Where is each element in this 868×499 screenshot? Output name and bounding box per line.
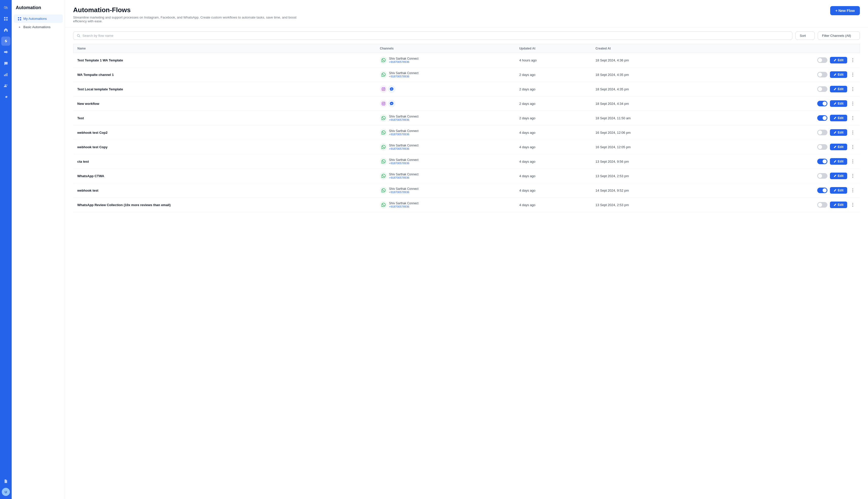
flow-name-cell: WhatsApp CTWA — [73, 169, 376, 183]
created-at: 14 Sept 2024, 9:52 pm — [596, 188, 629, 192]
users-icon[interactable] — [1, 81, 10, 90]
created-at: 16 Sept 2024, 12:05 pm — [596, 145, 631, 149]
svg-point-39 — [852, 163, 853, 163]
flow-name-cell: WA Tempalte channel 1 — [73, 68, 376, 82]
table-row: New workflow2 days ago18 Sept 2024, 4:34… — [73, 96, 860, 111]
flow-name: Test Template 1 WA Template — [77, 58, 123, 62]
channel-name: Shiv Sarthak Connect — [389, 187, 418, 191]
page-subtitle: Streamline marketing and support process… — [73, 15, 302, 23]
svg-rect-6 — [7, 73, 7, 76]
edit-button[interactable]: Edit — [830, 100, 847, 107]
bag-icon[interactable]: 🛍 — [1, 3, 10, 12]
svg-point-43 — [852, 188, 853, 189]
new-flow-button[interactable]: + New Flow — [830, 6, 860, 15]
edit-button[interactable]: Edit — [830, 129, 847, 136]
flow-toggle[interactable] — [817, 202, 827, 208]
col-updated: Updated At — [515, 44, 591, 53]
flow-toggle[interactable] — [817, 144, 827, 150]
channel-name: Shiv Sarthak Connect — [389, 57, 418, 60]
lightning-icon[interactable] — [1, 37, 10, 46]
flow-toggle[interactable] — [817, 57, 827, 63]
created-at-cell: 16 Sept 2024, 12:05 pm — [591, 140, 721, 154]
edit-button[interactable]: Edit — [830, 173, 847, 179]
more-button[interactable] — [850, 144, 856, 150]
more-icon — [851, 159, 855, 163]
sidebar-item-my-automations-label: My Automations — [23, 17, 47, 21]
edit-button[interactable]: Edit — [830, 71, 847, 78]
more-button[interactable] — [850, 115, 856, 121]
home-icon[interactable] — [1, 25, 10, 35]
svg-point-45 — [852, 192, 853, 192]
sort-button[interactable]: Sort — [795, 32, 815, 40]
more-icon — [851, 174, 855, 178]
more-icon — [851, 101, 855, 106]
more-button[interactable] — [850, 202, 856, 208]
flow-name-cell: webhook test Cop2 — [73, 125, 376, 140]
edit-button[interactable]: Edit — [830, 144, 847, 150]
flow-name: webhook test Copy — [77, 145, 108, 149]
svg-point-21 — [852, 76, 853, 77]
edit-button[interactable]: Edit — [830, 57, 847, 63]
flow-toggle[interactable] — [817, 115, 827, 121]
table-row: WA Tempalte channel 1Shiv Sarthak Connec… — [73, 68, 860, 82]
flow-toggle[interactable] — [817, 86, 827, 92]
channel-name: Shiv Sarthak Connect — [389, 71, 418, 75]
flow-toggle[interactable] — [817, 159, 827, 164]
more-button[interactable] — [850, 57, 856, 63]
edit-button[interactable]: Edit — [830, 115, 847, 121]
megaphone-icon[interactable] — [1, 48, 10, 57]
whatsapp-icon — [380, 71, 387, 78]
svg-rect-4 — [4, 75, 5, 76]
sidebar-item-basic-automations[interactable]: Basic Automations — [14, 23, 63, 31]
whatsapp-icon — [380, 129, 387, 136]
edit-button[interactable]: Edit — [830, 202, 847, 208]
filter-button[interactable]: Filter Channels (All) — [818, 32, 860, 40]
table-row: webhook test CopyShiv Sarthak Connect+91… — [73, 140, 860, 154]
channel-number: +918700578936 — [389, 60, 418, 63]
my-automations-icon — [18, 17, 21, 21]
whatsapp-icon — [380, 158, 387, 165]
updated-at: 2 days ago — [519, 102, 536, 106]
flow-toggle[interactable] — [817, 130, 827, 135]
more-button[interactable] — [850, 72, 856, 78]
gear-icon[interactable] — [1, 93, 10, 101]
more-button[interactable] — [850, 130, 856, 135]
svg-point-18 — [852, 61, 853, 62]
chart-icon[interactable] — [1, 70, 10, 79]
flow-toggle[interactable] — [817, 72, 827, 77]
more-button[interactable] — [850, 86, 856, 92]
more-button[interactable] — [850, 158, 856, 165]
more-button[interactable] — [850, 100, 856, 107]
flow-name-cell: cta test — [73, 154, 376, 169]
sidebar-item-my-automations[interactable]: My Automations — [14, 14, 63, 23]
flow-name-cell: webhook test — [73, 183, 376, 198]
more-button[interactable] — [850, 173, 856, 179]
flow-toggle[interactable] — [817, 173, 827, 179]
chat-icon[interactable] — [1, 59, 10, 68]
flow-toggle[interactable] — [817, 187, 827, 193]
flow-toggle[interactable] — [817, 101, 827, 106]
actions-cell: Edit — [721, 82, 860, 96]
page-header: Automation-Flows Streamline marketing an… — [65, 0, 868, 27]
channel-name: Shiv Sarthak Connect — [389, 173, 418, 176]
updated-at-cell: 2 days ago — [515, 96, 591, 111]
svg-point-32 — [852, 132, 853, 133]
channel-cell: Shiv Sarthak Connect+918700578936 — [376, 68, 515, 82]
svg-point-13 — [19, 26, 20, 28]
grid-icon[interactable] — [1, 14, 10, 23]
new-flow-label: + New Flow — [835, 9, 855, 13]
edit-button[interactable]: Edit — [830, 187, 847, 194]
filter-label: Filter Channels (All) — [822, 34, 851, 38]
doc-icon[interactable] — [1, 477, 10, 486]
created-at-cell: 16 Sept 2024, 12:06 pm — [591, 125, 721, 140]
edit-button[interactable]: Edit — [830, 158, 847, 165]
svg-rect-0 — [4, 17, 5, 19]
edit-button[interactable]: Edit — [830, 86, 847, 93]
created-at-cell: 13 Sept 2024, 9:56 pm — [591, 154, 721, 169]
more-button[interactable] — [850, 187, 856, 193]
updated-at: 4 days ago — [519, 145, 536, 149]
svg-point-41 — [852, 175, 853, 177]
search-input[interactable] — [83, 34, 788, 38]
user-avatar[interactable]: U — [2, 488, 10, 496]
updated-at-cell: 4 days ago — [515, 183, 591, 198]
